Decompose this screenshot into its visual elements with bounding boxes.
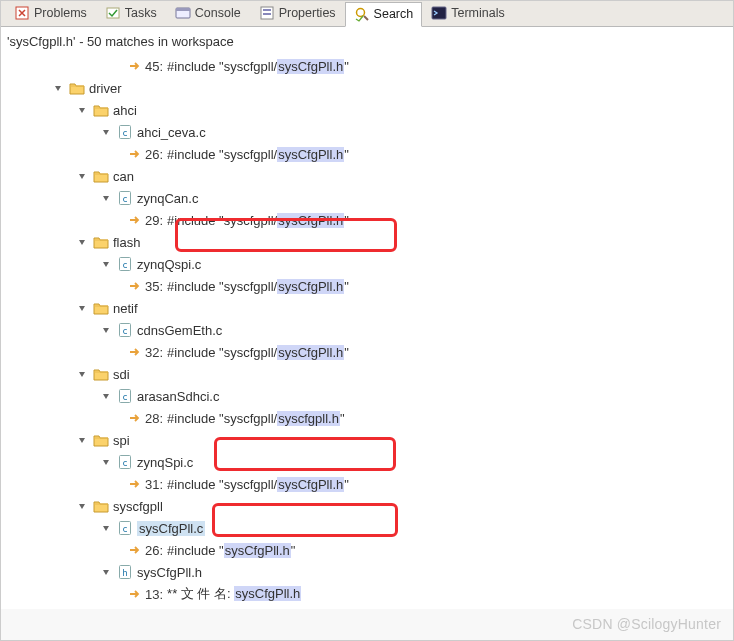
- arrow-icon: [127, 212, 143, 228]
- expand-toggle[interactable]: [75, 301, 89, 315]
- match-text: ** 文 件 名: sysCfgPll.h: [167, 585, 301, 603]
- search-results-tree: 45: #include "syscfgpll/sysCfgPll.h" dri…: [7, 55, 727, 605]
- folder-icon: [93, 432, 109, 448]
- search-match[interactable]: 29: #include "syscfgpll/sysCfgPll.h": [7, 209, 727, 231]
- line-number: 26:: [145, 543, 163, 558]
- c-file-icon: [117, 124, 133, 140]
- match-text: #include "syscfgpll/sysCfgPll.h": [167, 477, 349, 492]
- tree-file[interactable]: zynqQspi.c: [7, 253, 727, 275]
- tab-tasks[interactable]: Tasks: [96, 1, 166, 26]
- expand-toggle[interactable]: [99, 565, 113, 579]
- line-number: 26:: [145, 147, 163, 162]
- expand-toggle[interactable]: [99, 323, 113, 337]
- search-match[interactable]: 28: #include "syscfgpll/syscfgpll.h": [7, 407, 727, 429]
- line-number: 28:: [145, 411, 163, 426]
- search-match[interactable]: 31: #include "syscfgpll/sysCfgPll.h": [7, 473, 727, 495]
- arrow-icon: [127, 586, 143, 602]
- tree-folder-spi[interactable]: spi: [7, 429, 727, 451]
- file-label: sysCfgPll.c: [137, 521, 205, 536]
- tree-folder-sdi[interactable]: sdi: [7, 363, 727, 385]
- match-text: #include "syscfgpll/syscfgpll.h": [167, 411, 344, 426]
- tree-file[interactable]: sysCfgPll.c: [7, 517, 727, 539]
- tab-terminals[interactable]: Terminals: [422, 1, 514, 26]
- tree-file[interactable]: ahci_ceva.c: [7, 121, 727, 143]
- folder-label: ahci: [113, 103, 137, 118]
- c-file-icon: [117, 454, 133, 470]
- arrow-icon: [127, 344, 143, 360]
- search-icon: [354, 6, 370, 22]
- tree-file[interactable]: arasanSdhci.c: [7, 385, 727, 407]
- match-text: #include "syscfgpll/sysCfgPll.h": [167, 59, 349, 74]
- line-number: 29:: [145, 213, 163, 228]
- terminals-icon: [431, 5, 447, 21]
- expand-toggle[interactable]: [75, 235, 89, 249]
- expand-toggle[interactable]: [75, 103, 89, 117]
- expand-toggle[interactable]: [75, 367, 89, 381]
- tree-folder-ahci[interactable]: ahci: [7, 99, 727, 121]
- console-icon: [175, 5, 191, 21]
- tree-file[interactable]: sysCfgPll.h: [7, 561, 727, 583]
- expand-toggle[interactable]: [99, 521, 113, 535]
- folder-label: syscfgpll: [113, 499, 163, 514]
- tree-folder-can[interactable]: can: [7, 165, 727, 187]
- expand-toggle[interactable]: [99, 125, 113, 139]
- search-view: 'sysCfgpll.h' - 50 matches in workspace …: [1, 27, 733, 609]
- tree-folder-driver[interactable]: driver: [7, 77, 727, 99]
- expand-toggle[interactable]: [99, 455, 113, 469]
- expand-toggle[interactable]: [75, 499, 89, 513]
- c-file-icon: [117, 256, 133, 272]
- tab-label: Properties: [279, 6, 336, 20]
- line-number: 13:: [145, 587, 163, 602]
- h-file-icon: [117, 564, 133, 580]
- c-file-icon: [117, 190, 133, 206]
- tab-search[interactable]: Search: [345, 2, 423, 27]
- tab-label: Console: [195, 6, 241, 20]
- folder-label: driver: [89, 81, 122, 96]
- expand-toggle[interactable]: [75, 169, 89, 183]
- tab-label: Search: [374, 7, 414, 21]
- file-label: arasanSdhci.c: [137, 389, 219, 404]
- expand-toggle[interactable]: [51, 81, 65, 95]
- file-label: zynqQspi.c: [137, 257, 201, 272]
- arrow-icon: [127, 278, 143, 294]
- search-match[interactable]: 35: #include "syscfgpll/sysCfgPll.h": [7, 275, 727, 297]
- tree-file[interactable]: cdnsGemEth.c: [7, 319, 727, 341]
- arrow-icon: [127, 410, 143, 426]
- match-text: #include "syscfgpll/sysCfgPll.h": [167, 147, 349, 162]
- tree-file[interactable]: zynqSpi.c: [7, 451, 727, 473]
- tree-folder-netif[interactable]: netif: [7, 297, 727, 319]
- expand-toggle[interactable]: [99, 257, 113, 271]
- search-match[interactable]: 32: #include "syscfgpll/sysCfgPll.h": [7, 341, 727, 363]
- tasks-icon: [105, 5, 121, 21]
- folder-icon: [93, 366, 109, 382]
- file-label: cdnsGemEth.c: [137, 323, 222, 338]
- tab-console[interactable]: Console: [166, 1, 250, 26]
- c-file-icon: [117, 520, 133, 536]
- match-text: #include "syscfgpll/sysCfgPll.h": [167, 279, 349, 294]
- line-number: 45:: [145, 59, 163, 74]
- file-label: zynqSpi.c: [137, 455, 193, 470]
- tab-label: Tasks: [125, 6, 157, 20]
- tree-file[interactable]: zynqCan.c: [7, 187, 727, 209]
- watermark: CSDN @ScilogyHunter: [572, 616, 721, 632]
- tab-properties[interactable]: Properties: [250, 1, 345, 26]
- tree-folder-syscfgpll[interactable]: syscfgpll: [7, 495, 727, 517]
- folder-icon: [93, 102, 109, 118]
- tree-folder-flash[interactable]: flash: [7, 231, 727, 253]
- arrow-icon: [127, 542, 143, 558]
- c-file-icon: [117, 322, 133, 338]
- tab-problems[interactable]: Problems: [5, 1, 96, 26]
- tab-label: Terminals: [451, 6, 505, 20]
- expand-toggle[interactable]: [99, 389, 113, 403]
- search-match[interactable]: 26: #include "syscfgpll/sysCfgPll.h": [7, 143, 727, 165]
- search-match[interactable]: 26: #include "sysCfgPll.h": [7, 539, 727, 561]
- expand-toggle[interactable]: [75, 433, 89, 447]
- file-label: sysCfgPll.h: [137, 565, 202, 580]
- search-match[interactable]: 45: #include "syscfgpll/sysCfgPll.h": [7, 55, 727, 77]
- view-tab-bar: Problems Tasks Console Properties Search…: [1, 1, 733, 27]
- tab-label: Problems: [34, 6, 87, 20]
- search-match[interactable]: 13: ** 文 件 名: sysCfgPll.h: [7, 583, 727, 605]
- folder-icon: [93, 300, 109, 316]
- expand-toggle[interactable]: [99, 191, 113, 205]
- folder-icon: [93, 234, 109, 250]
